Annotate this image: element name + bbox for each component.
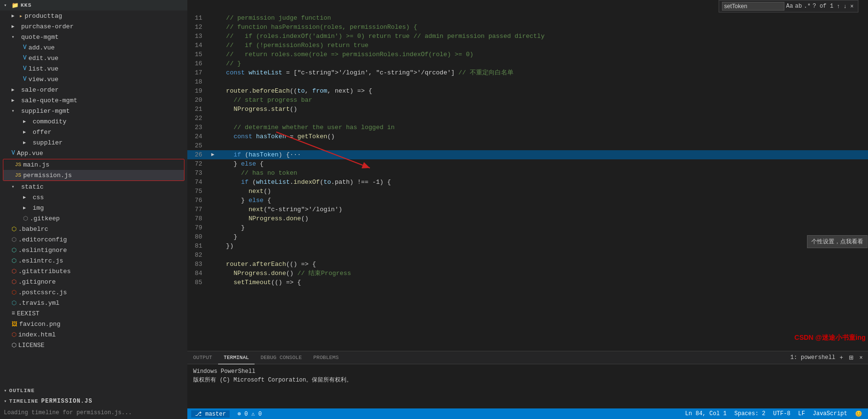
sidebar-item-license[interactable]: ⬡ LICENSE	[0, 340, 187, 350]
code-line-75[interactable]: 75 next()	[187, 187, 868, 196]
code-line-11[interactable]: 11 // permission judge function	[187, 13, 868, 23]
code-line-19[interactable]: 19 router.beforeEach((to, from, next) =>…	[187, 86, 868, 96]
sidebar-item-supplier-mgmt[interactable]: ▾ supplier-mgmt	[0, 106, 187, 116]
code-line-18[interactable]: 18	[187, 77, 868, 86]
code-line-85[interactable]: 85 setTimeout(() => {	[187, 278, 868, 287]
sidebar-item-gitattributes[interactable]: ⬡ .gitattributes	[0, 266, 187, 276]
tab-problems[interactable]: PROBLEMS	[307, 351, 344, 364]
code-line-13[interactable]: 13 // if (roles.indexOf('admin') >= 0) r…	[187, 32, 868, 41]
code-line-72[interactable]: 72 } else {	[187, 159, 868, 168]
tab-debug-console[interactable]: DEBUG CONSOLE	[255, 351, 307, 364]
sidebar-item-travis[interactable]: ⬡ .travis.yml	[0, 298, 187, 308]
line-arrow-13	[209, 32, 217, 41]
code-line-73[interactable]: 73 // has no token	[187, 168, 868, 178]
code-line-23[interactable]: 23 // determine whether the user has log…	[187, 123, 868, 132]
status-spaces[interactable]: Spaces: 2	[733, 410, 768, 417]
sidebar-item-editorconfig[interactable]: ⬡ .editorconfig	[0, 234, 187, 245]
line-number-25: 25	[187, 141, 209, 150]
sidebar-item-postcss[interactable]: ⬡ .postcssrc.js	[0, 287, 187, 298]
code-line-26[interactable]: 26▶ if (hasToken) {···	[187, 150, 868, 159]
sidebar-item-commodity[interactable]: ▶ commodity	[0, 116, 187, 127]
sidebar-root[interactable]: ▾ 📁 KKS	[0, 0, 187, 11]
find-regex-label[interactable]: .*	[804, 3, 810, 10]
code-line-25[interactable]: 25	[187, 141, 868, 150]
sidebar-item-producttag[interactable]: ▶ ▸ producttag	[0, 11, 187, 21]
sidebar-item-indexhtml[interactable]: ⬡ index.html	[0, 329, 187, 340]
code-line-21[interactable]: 21 NProgress.start()	[187, 105, 868, 114]
code-line-20[interactable]: 20 // start progress bar	[187, 96, 868, 105]
sidebar-item-img[interactable]: ▶ img	[0, 203, 187, 213]
sidebar-item-add-vue[interactable]: V add.vue	[0, 42, 187, 53]
code-line-84[interactable]: 84 NProgress.done() // 结束Progress	[187, 269, 868, 278]
code-line-17[interactable]: 17 const whiteList = ["c-string">'/login…	[187, 68, 868, 77]
status-ln-col[interactable]: Ln 84, Col 1	[683, 410, 728, 417]
code-line-76[interactable]: 76 } else {	[187, 196, 868, 205]
sidebar-item-mainjs[interactable]: JS main.js	[3, 159, 184, 170]
sidebar-item-sale-order[interactable]: ▶ sale-order	[0, 84, 187, 95]
terminal-close-button[interactable]: ×	[858, 354, 864, 361]
code-line-82[interactable]: 82	[187, 251, 868, 260]
code-line-22[interactable]: 22	[187, 114, 868, 123]
find-next-button[interactable]: ↓	[842, 2, 848, 10]
floating-tooltip[interactable]: 个性设置，点我看看	[807, 235, 868, 248]
terminal-add-button[interactable]: +	[838, 354, 844, 361]
find-input[interactable]	[722, 2, 784, 11]
status-encoding[interactable]: UTF-8	[771, 410, 793, 417]
file-explorer[interactable]: ▾ 📁 KKS ▶ ▸ producttag ▶ purchase-order	[0, 0, 187, 385]
code-line-78[interactable]: 78 NProgress.done()	[187, 214, 868, 223]
sidebar-item-list-vue[interactable]: V list.vue	[0, 63, 187, 74]
sidebar-item-gitignore[interactable]: ⬡ .gitignore	[0, 276, 187, 287]
sidebar-item-eexist[interactable]: ≡ EEXIST	[0, 308, 187, 319]
code-line-15[interactable]: 15 // return roles.some(role => permissi…	[187, 50, 868, 59]
sidebar-item-supplier[interactable]: ▶ supplier	[0, 137, 187, 148]
code-line-80[interactable]: 80 }	[187, 232, 868, 241]
status-branch[interactable]: ⎇ master	[191, 410, 230, 418]
outline-section-title[interactable]: ▾ OUTLINE	[0, 385, 187, 396]
code-line-83[interactable]: 83 router.afterEach(() => {	[187, 260, 868, 269]
code-line-79[interactable]: 79 }	[187, 223, 868, 232]
sale-order-arrow-icon: ▶	[12, 87, 19, 93]
status-language[interactable]: JavaScript	[811, 410, 849, 417]
status-line-ending[interactable]: LF	[796, 410, 807, 417]
gitattributes-icon: ⬡	[12, 268, 16, 275]
status-errors[interactable]: ⊗ 0 ⚠ 0	[235, 410, 263, 418]
terminal-split-button[interactable]: ⊞	[847, 354, 855, 361]
quote-mgmt-label: quote-mgmt	[21, 34, 59, 41]
line-arrow-81	[209, 241, 217, 251]
find-prev-button[interactable]: ↑	[835, 2, 841, 10]
sidebar-item-eslintignore[interactable]: ⬡ .eslintignore	[0, 245, 187, 255]
code-editor[interactable]: 11 // permission judge function12 // fun…	[187, 0, 868, 351]
sidebar-item-appvue[interactable]: V App.vue	[0, 148, 187, 158]
sidebar-item-view-vue[interactable]: V view.vue	[0, 74, 187, 84]
timeline-section-title[interactable]: ▾ TIMELINE permission.js	[0, 396, 187, 407]
code-line-24[interactable]: 24 const hasToken = getToken()	[187, 132, 868, 141]
tab-output[interactable]: OUTPUT	[187, 351, 218, 364]
sidebar-item-gitkeep[interactable]: ⬡ .gitkeep	[0, 213, 187, 224]
code-line-77[interactable]: 77 next("c-string">'/login')	[187, 205, 868, 214]
code-line-16[interactable]: 16 // }	[187, 59, 868, 68]
tab-terminal[interactable]: TERMINAL	[218, 351, 255, 364]
sidebar-item-static[interactable]: ▾ static	[0, 181, 187, 192]
sidebar-item-eslintrc[interactable]: ⬡ .eslintrc.js	[0, 255, 187, 266]
sidebar-item-offer[interactable]: ▶ offer	[0, 127, 187, 137]
travis-label: .travis.yml	[18, 299, 60, 307]
sidebar-item-permissionjs[interactable]: JS permission.js	[3, 170, 184, 180]
find-match-whole-label[interactable]: ab	[795, 3, 802, 10]
find-aa-label[interactable]: Aa	[786, 3, 793, 10]
code-line-12[interactable]: 12 // function hasPermission(roles, perm…	[187, 23, 868, 32]
sidebar-item-css[interactable]: ▶ css	[0, 192, 187, 203]
status-feedback[interactable]: 😊	[853, 410, 864, 418]
sidebar-item-purchase-order[interactable]: ▶ purchase-order	[0, 21, 187, 32]
sidebar-item-sale-quote-mgmt[interactable]: ▶ sale-quote-mgmt	[0, 95, 187, 106]
find-close-button[interactable]: ×	[849, 2, 855, 10]
code-line-74[interactable]: 74 if (whiteList.indexOf(to.path) !== -1…	[187, 178, 868, 187]
terminal-content[interactable]: Windows PowerShell 版权所有 (C) Microsoft Co…	[187, 364, 868, 408]
sidebar-item-edit-vue[interactable]: V edit.vue	[0, 53, 187, 63]
code-line-14[interactable]: 14 // if (!permissionRoles) return true	[187, 41, 868, 50]
sidebar-item-favicon[interactable]: 🖼 favicon.png	[0, 319, 187, 329]
line-content-16: // }	[217, 59, 868, 68]
code-line-81[interactable]: 81 })	[187, 241, 868, 251]
line-number-12: 12	[187, 23, 209, 32]
sidebar-item-quote-mgmt[interactable]: ▾ quote-mgmt	[0, 32, 187, 42]
sidebar-item-babelrc[interactable]: ⬡ .babelrc	[0, 224, 187, 234]
